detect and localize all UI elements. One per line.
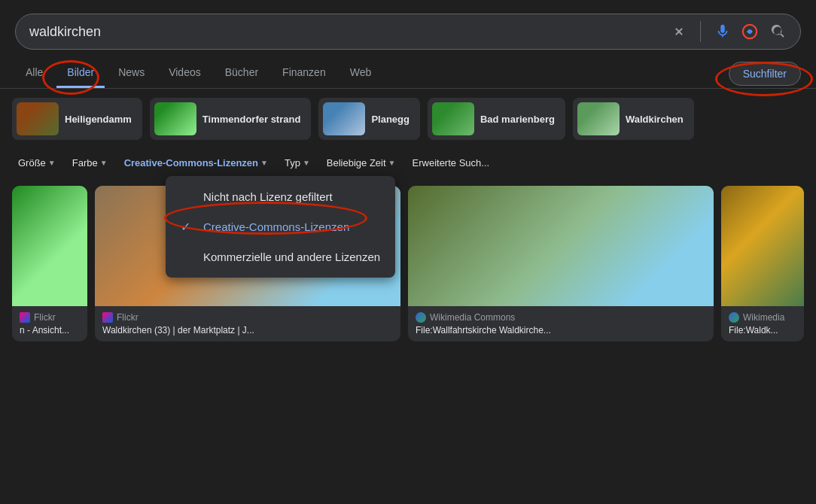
filter-farbe[interactable]: Farbe ▼	[66, 153, 114, 172]
chip-label-timmendorf: Timmendorfer strand	[202, 114, 301, 125]
chip-img-planegg	[323, 102, 365, 135]
related-chips: Heiligendamm Timmendorfer strand Planegg…	[0, 89, 816, 149]
filter-groesse[interactable]: Größe ▼	[12, 153, 62, 172]
clear-button[interactable]	[671, 24, 687, 39]
filter-erweitert[interactable]: Erweiterte Such...	[406, 153, 496, 172]
image-card-footer-2: Flickr Waldkirchen (33) | der Marktplatz…	[95, 306, 400, 342]
card-img-container-1	[12, 186, 87, 306]
filter-typ[interactable]: Typ ▼	[279, 153, 316, 172]
image-grid: Flickr n - Ansicht... Flickr Waldkirchen…	[0, 177, 816, 351]
card-img-container-4	[721, 186, 804, 306]
chip-img-heiligendamm	[17, 102, 59, 135]
filter-cc-lizenzen[interactable]: Creative-Commons-Lizenzen ▼	[118, 153, 274, 172]
dropdown-item-nicht-gefiltert[interactable]: Nicht nach Lizenz gefiltert	[166, 182, 395, 211]
chevron-typ-icon: ▼	[303, 159, 310, 167]
image-source-row-3: Wikimedia Commons	[416, 312, 706, 323]
search-button[interactable]	[770, 23, 787, 40]
image-card-4[interactable]: Wikimedia File:Waldk...	[721, 186, 804, 342]
card-img-container-3	[408, 186, 714, 306]
image-card-footer-4: Wikimedia File:Waldk...	[721, 306, 804, 342]
image-source-row-1: Flickr	[20, 312, 80, 323]
search-icons	[671, 21, 787, 42]
image-thumbnail-1	[12, 186, 87, 306]
filter-zeit[interactable]: Beliebige Zeit ▼	[321, 153, 402, 172]
search-bar-area	[0, 0, 816, 59]
image-title-1: n - Ansicht...	[20, 325, 80, 337]
svg-point-1	[747, 29, 752, 34]
lens-button[interactable]	[741, 23, 758, 40]
image-card-3[interactable]: Wikimedia Commons File:Wallfahrtskirche …	[408, 186, 714, 342]
chevron-farbe-icon: ▼	[100, 159, 108, 167]
tab-news[interactable]: News	[108, 59, 155, 88]
wikimedia-icon-4	[729, 312, 739, 323]
tab-finanzen[interactable]: Finanzen	[272, 59, 336, 88]
license-dropdown: Nicht nach Lizenz gefiltert ✓ Creative-C…	[166, 176, 395, 278]
chevron-zeit-icon: ▼	[388, 159, 396, 167]
image-card-1[interactable]: Flickr n - Ansicht...	[12, 186, 87, 342]
image-card-footer-3: Wikimedia Commons File:Wallfahrtskirche …	[408, 306, 714, 342]
source-name-4: Wikimedia	[743, 312, 784, 323]
dropdown-item-cc-lizenzen[interactable]: ✓ Creative-Commons-Lizenzen	[166, 211, 395, 242]
chip-img-timmendorf	[154, 102, 196, 135]
tab-buecher[interactable]: Bücher	[215, 59, 269, 88]
nav-tabs: Alle Bilder News Videos Bücher Finanzen …	[0, 59, 816, 89]
source-name-2: Flickr	[117, 312, 139, 323]
image-source-row-4: Wikimedia	[729, 312, 796, 323]
image-thumbnail-4	[721, 186, 804, 306]
wikimedia-icon-3	[416, 312, 426, 323]
checkmark-icon: ✓	[181, 220, 194, 234]
chip-label-heiligendamm: Heiligendamm	[65, 114, 132, 125]
chip-label-planegg: Planegg	[371, 114, 410, 125]
image-title-3: File:Wallfahrtskirche Waldkirche...	[416, 325, 706, 337]
chip-badmarienberg[interactable]: Bad marienberg	[428, 98, 565, 140]
chip-label-waldkirchen: Waldkirchen	[626, 114, 684, 125]
divider	[700, 21, 701, 42]
image-thumbnail-3	[408, 186, 714, 306]
chip-img-waldkirchen	[577, 102, 620, 135]
voice-search-button[interactable]	[714, 23, 731, 40]
tab-web[interactable]: Web	[339, 59, 382, 88]
source-name-1: Flickr	[34, 312, 56, 323]
dropdown-item-kommerziell[interactable]: Kommerzielle und andere Lizenzen	[166, 242, 395, 272]
search-input[interactable]	[29, 24, 671, 40]
source-name-3: Wikimedia Commons	[430, 312, 515, 323]
image-title-2: Waldkirchen (33) | der Marktplatz | J...	[102, 325, 393, 337]
chip-label-badmarienberg: Bad marienberg	[480, 114, 555, 125]
tab-videos[interactable]: Videos	[158, 59, 212, 88]
filter-row: Größe ▼ Farbe ▼ Creative-Commons-Lizenze…	[0, 149, 816, 177]
flickr-icon-1	[20, 312, 30, 323]
chip-img-badmarienberg	[432, 102, 474, 135]
image-card-footer-1: Flickr n - Ansicht...	[12, 306, 87, 342]
tab-alle[interactable]: Alle	[15, 59, 53, 88]
image-source-row-2: Flickr	[102, 312, 393, 323]
image-title-4: File:Waldk...	[729, 325, 796, 337]
chevron-cc-icon: ▼	[260, 159, 268, 167]
chevron-groesse-icon: ▼	[48, 159, 56, 167]
chip-heiligendamm[interactable]: Heiligendamm	[12, 98, 142, 140]
flickr-icon-2	[102, 312, 113, 323]
chip-timmendorf[interactable]: Timmendorfer strand	[150, 98, 312, 140]
tab-bilder[interactable]: Bilder	[56, 59, 105, 88]
suchfilter-button[interactable]: Suchfilter	[729, 62, 801, 86]
search-bar	[15, 14, 801, 50]
chip-planegg[interactable]: Planegg	[318, 98, 420, 140]
chip-waldkirchen[interactable]: Waldkirchen	[573, 98, 694, 140]
